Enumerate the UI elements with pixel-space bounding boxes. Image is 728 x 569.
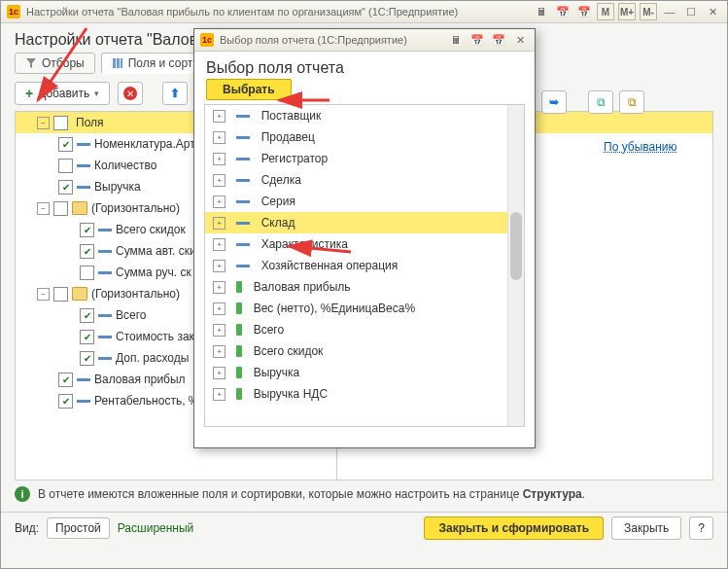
dialog-list-row[interactable]: + Вес (нетто), %ЕдиницаВеса% [205, 298, 524, 319]
expand-icon[interactable]: + [213, 174, 225, 187]
dialog-item-label: Склад [261, 216, 295, 230]
move-up-button[interactable]: ⬆ [162, 82, 188, 105]
row-checkbox[interactable] [53, 287, 68, 302]
expand-icon[interactable]: + [213, 324, 225, 337]
dialog-list-row[interactable]: + Выручка НДС [205, 383, 524, 405]
expand-icon[interactable]: − [37, 202, 50, 215]
note-link[interactable]: Структура [523, 487, 582, 501]
expand-icon[interactable]: + [213, 110, 225, 123]
field-icon [98, 250, 112, 253]
dialog-item-label: Регистратор [261, 152, 329, 165]
field-icon [236, 200, 250, 203]
funnel-icon [25, 57, 37, 69]
tree-header-label: Поля [72, 116, 108, 129]
dialog-list-row[interactable]: + Поставщик [205, 105, 524, 126]
dialog-cal1-icon[interactable]: 📅 [468, 31, 486, 49]
info-icon: i [15, 486, 30, 502]
calendar-icon[interactable]: 📅 [554, 3, 572, 20]
svg-rect-2 [121, 58, 122, 68]
expand-icon[interactable]: − [37, 288, 50, 301]
field-icon [236, 265, 250, 267]
apply-button[interactable]: Закрыть и сформировать [424, 516, 604, 540]
expand-icon[interactable]: + [213, 260, 225, 272]
sort-desc-link[interactable]: По убыванию [604, 140, 677, 154]
view-simple-button[interactable]: Простой [47, 517, 110, 539]
delete-button[interactable]: ✕ [118, 82, 143, 105]
row-label: (Горизонтально) [91, 287, 180, 301]
dialog-calc-icon[interactable]: 🖩 [447, 31, 465, 49]
mem-mminus-button[interactable]: M- [640, 3, 657, 20]
paste-button[interactable]: ⧉ [619, 90, 644, 114]
arrow-right-button[interactable]: ➥ [541, 90, 567, 114]
calendar2-icon[interactable]: 📅 [575, 3, 593, 20]
expand-icon[interactable]: + [213, 388, 225, 401]
field-icon [236, 136, 250, 139]
dialog-list-row[interactable]: + Продавец [205, 126, 524, 148]
dialog-cal2-icon[interactable]: 📅 [490, 31, 507, 49]
chevron-down-icon: ▾ [94, 89, 99, 98]
expand-icon[interactable]: + [213, 196, 225, 208]
dialog-scrollbar[interactable] [507, 105, 524, 426]
dialog-list-row[interactable]: + Выручка [205, 362, 524, 383]
expand-icon[interactable]: + [213, 217, 225, 230]
row-checkbox[interactable] [80, 351, 94, 366]
row-checkbox[interactable] [58, 373, 73, 387]
row-checkbox[interactable] [58, 394, 73, 409]
dialog-close-button[interactable]: ✕ [511, 31, 529, 49]
expand-icon[interactable]: + [213, 153, 225, 165]
row-checkbox[interactable] [80, 308, 94, 323]
expand-icon[interactable]: + [213, 345, 225, 358]
copy-button[interactable]: ⧉ [588, 90, 613, 114]
row-checkbox[interactable] [80, 244, 94, 259]
row-checkbox[interactable] [58, 159, 73, 173]
svg-rect-0 [113, 58, 116, 68]
dialog-list-row[interactable]: + Сделка [205, 169, 524, 191]
copy-icon: ⧉ [597, 95, 606, 109]
choose-button[interactable]: Выбрать [206, 79, 292, 100]
mem-m-button[interactable]: M [597, 3, 614, 20]
expand-icon[interactable]: + [213, 302, 225, 315]
minimize-button[interactable]: — [661, 3, 678, 20]
row-checkbox[interactable] [58, 137, 73, 152]
row-checkbox[interactable] [58, 180, 73, 195]
add-button[interactable]: + Добавить ▾ [15, 82, 110, 105]
dialog-item-label: Серия [261, 195, 295, 208]
dialog-list-row[interactable]: + Хозяйственная операция [205, 255, 524, 276]
help-button[interactable]: ? [689, 516, 713, 540]
dialog-item-label: Вес (нетто), %ЕдиницаВеса% [254, 302, 415, 315]
dialog-list-row[interactable]: + Всего скидок [205, 340, 524, 362]
dialog-list-row[interactable]: + Регистратор [205, 148, 524, 169]
expand-icon[interactable]: + [213, 238, 225, 251]
row-label: (Горизонтально) [91, 201, 180, 215]
expand-icon[interactable]: + [213, 131, 225, 144]
dialog-list-row[interactable]: + Серия [205, 191, 524, 212]
close-button[interactable]: ✕ [704, 3, 721, 20]
collapse-icon[interactable]: − [37, 117, 50, 129]
dialog-list-row[interactable]: + Характеристика [205, 233, 524, 255]
dialog-field-list[interactable]: + Поставщик+ Продавец+ Регистратор+ Сдел… [204, 104, 525, 427]
dialog-item-label: Поставщик [261, 109, 322, 123]
row-checkbox[interactable] [80, 223, 94, 237]
header-checkbox[interactable] [53, 116, 68, 130]
close-footer-button[interactable]: Закрыть [611, 516, 681, 540]
dialog-list-row[interactable]: + Склад [205, 212, 524, 233]
row-checkbox[interactable] [53, 201, 68, 216]
field-icon [236, 222, 250, 225]
tab-filters[interactable]: Отборы [15, 53, 95, 74]
field-icon [98, 336, 112, 338]
expand-icon[interactable]: + [213, 281, 225, 294]
view-extended-link[interactable]: Расширенный [118, 521, 194, 535]
maximize-button[interactable]: ☐ [682, 3, 700, 20]
row-checkbox[interactable] [80, 266, 94, 280]
mem-mplus-button[interactable]: M+ [618, 3, 636, 20]
dialog-item-label: Выручка [254, 366, 300, 379]
dialog-list-row[interactable]: + Всего [205, 319, 524, 340]
row-checkbox[interactable] [80, 330, 94, 344]
calc-icon[interactable]: 🖩 [533, 3, 550, 20]
field-icon [77, 400, 90, 403]
row-label: Количество [94, 159, 156, 172]
dialog-list-row[interactable]: + Валовая прибыль [205, 276, 524, 298]
dialog-scroll-thumb[interactable] [510, 212, 522, 280]
tab-filters-label: Отборы [42, 56, 85, 70]
expand-icon[interactable]: + [213, 367, 225, 379]
